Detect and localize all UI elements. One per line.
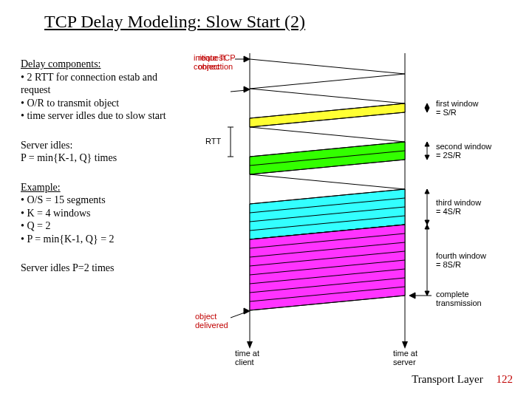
label-request: requestobject: [198, 53, 225, 71]
svg-marker-53: [244, 86, 250, 92]
label-rtt: RTT: [205, 137, 221, 146]
label-window-2: second window= 2S/R: [436, 142, 491, 160]
left-column: Delay components: • 2 RTT for connection…: [21, 58, 176, 275]
svg-line-6: [250, 89, 405, 103]
label-complete: completetransmission: [436, 290, 482, 307]
bullet-1: • 2 RTT for connection estab and request: [21, 71, 176, 97]
example-3: • Q = 2: [21, 219, 176, 233]
svg-marker-7: [250, 103, 405, 127]
svg-marker-46: [425, 225, 429, 229]
svg-marker-51: [244, 56, 250, 62]
svg-marker-43: [425, 189, 429, 194]
footer: Transport Layer 122: [412, 373, 513, 386]
label-window-4: fourth window= 8S/R: [436, 251, 486, 269]
svg-marker-47: [425, 291, 429, 296]
svg-marker-3: [402, 341, 408, 349]
label-window-3: third window= 4S/R: [436, 198, 481, 216]
bullet-3: • time server idles due to slow start: [21, 109, 176, 123]
svg-marker-40: [425, 142, 429, 146]
svg-marker-41: [425, 155, 429, 160]
svg-line-10: [250, 127, 405, 142]
svg-line-4: [250, 59, 405, 74]
svg-marker-49: [409, 293, 415, 299]
bullet-2: • O/R to transmit object: [21, 97, 176, 110]
svg-line-5: [250, 74, 405, 89]
slide-title: TCP Delay Modeling: Slow Start (2): [44, 12, 305, 32]
footer-page-number: 122: [497, 373, 514, 385]
example-2: • K = 4 windows: [21, 207, 176, 220]
delay-components-header: Delay components:: [21, 58, 176, 71]
server-idles-formula: P = min{K-1, Q} times: [21, 151, 176, 165]
svg-marker-1: [247, 341, 253, 349]
label-time-server: time atserver: [393, 349, 417, 366]
svg-marker-37: [425, 103, 429, 108]
svg-line-15: [250, 174, 405, 189]
svg-marker-38: [425, 108, 429, 112]
diagram: initiate TCPconnection requestobject RTT…: [183, 53, 517, 364]
svg-marker-55: [244, 308, 250, 314]
example-1: • O/S = 15 segments: [21, 194, 176, 207]
server-idles-result: Server idles P=2 times: [21, 262, 176, 275]
example-4: • P = min{K-1, Q} = 2: [21, 233, 176, 246]
label-delivered: objectdelivered: [195, 312, 228, 330]
label-window-1: first window= S/R: [436, 99, 478, 117]
example-header: Example:: [21, 181, 176, 194]
label-time-client: time atclient: [235, 349, 259, 366]
server-idles-caption: Server idles:: [21, 139, 176, 152]
footer-chapter: Transport Layer: [412, 373, 483, 385]
